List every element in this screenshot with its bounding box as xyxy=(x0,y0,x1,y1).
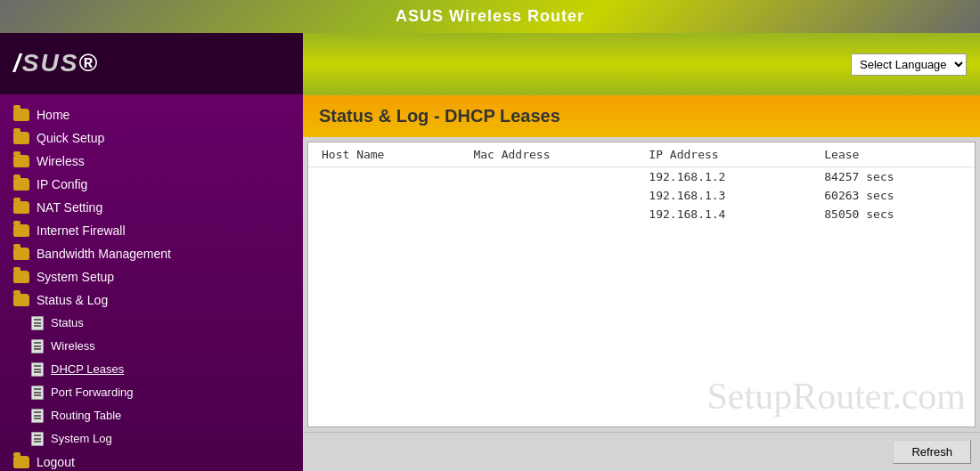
content-area: Select Language Status & Log - DHCP Leas… xyxy=(303,33,980,471)
sidebar-item-system-setup-label: System Setup xyxy=(37,270,114,284)
sidebar-item-status[interactable]: Status xyxy=(0,312,303,335)
main-content: Host Name Mac Address IP Address Lease 1… xyxy=(303,137,980,471)
sidebar-item-port-forwarding[interactable]: Port Forwarding xyxy=(0,381,303,404)
sidebar-navigation: Home Quick Setup Wireless IP Config NAT … xyxy=(0,94,303,472)
bottom-bar: Refresh xyxy=(303,432,980,471)
sidebar-item-wireless-sub-label: Wireless xyxy=(51,339,95,353)
sidebar-item-nat-setting-label: NAT Setting xyxy=(37,200,102,215)
header-title: ASUS Wireless Router xyxy=(396,7,584,25)
folder-icon xyxy=(13,178,29,191)
doc-icon xyxy=(31,339,44,353)
refresh-button[interactable]: Refresh xyxy=(893,440,971,464)
cell-host-1 xyxy=(308,167,460,187)
col-host-name: Host Name xyxy=(308,142,460,167)
table-row: 192.168.1.4 85050 secs xyxy=(308,205,975,223)
sidebar-item-wireless-label: Wireless xyxy=(37,154,85,168)
table-row: 192.168.1.3 60263 secs xyxy=(308,186,975,205)
cell-lease-2: 60263 secs xyxy=(811,186,975,205)
sidebar-item-port-forwarding-label: Port Forwarding xyxy=(51,386,133,399)
sidebar-item-wireless[interactable]: Wireless xyxy=(0,150,303,173)
dhcp-table-container[interactable]: Host Name Mac Address IP Address Lease 1… xyxy=(307,142,976,427)
cell-mac-2 xyxy=(460,186,635,205)
cell-mac-1 xyxy=(460,167,635,187)
sidebar-item-routing-table-label: Routing Table xyxy=(51,409,121,422)
folder-icon xyxy=(13,155,29,167)
cell-mac-3 xyxy=(460,205,635,223)
sidebar-item-wireless-sub[interactable]: Wireless xyxy=(0,335,303,358)
sidebar-item-home[interactable]: Home xyxy=(0,103,303,126)
sidebar-item-home-label: Home xyxy=(37,108,69,122)
language-selector-wrapper: Select Language xyxy=(851,53,967,76)
folder-icon xyxy=(13,132,29,144)
folder-icon xyxy=(13,224,29,237)
folder-icon xyxy=(13,109,29,121)
top-bar: Select Language xyxy=(303,33,980,95)
doc-icon xyxy=(31,386,44,400)
asus-logo: /SUS® xyxy=(13,49,99,77)
sidebar-item-system-setup[interactable]: System Setup xyxy=(0,265,303,288)
folder-icon xyxy=(13,271,29,283)
folder-icon xyxy=(13,248,29,260)
folder-icon xyxy=(13,201,29,214)
table-row: 192.168.1.2 84257 secs xyxy=(308,167,975,187)
language-select[interactable]: Select Language xyxy=(851,53,967,76)
sidebar-item-dhcp-leases[interactable]: DHCP Leases xyxy=(0,358,303,381)
sidebar-item-status-label: Status xyxy=(51,316,84,329)
sidebar-logo: /SUS® xyxy=(0,33,303,94)
header: ASUS Wireless Router xyxy=(0,0,980,33)
sidebar-item-bandwidth-management-label: Bandwidth Management xyxy=(37,247,171,261)
sidebar-item-system-log-label: System Log xyxy=(51,432,112,445)
sidebar-item-ip-config-label: IP Config xyxy=(37,177,87,191)
sidebar-item-status-log-label: Status & Log xyxy=(37,293,108,307)
sidebar-item-logout[interactable]: Logout xyxy=(0,451,303,472)
sidebar-item-routing-table[interactable]: Routing Table xyxy=(0,404,303,427)
doc-icon xyxy=(31,432,44,446)
sidebar-item-quick-setup[interactable]: Quick Setup xyxy=(0,126,303,150)
sidebar: /SUS® Home Quick Setup Wireless IP Confi… xyxy=(0,33,303,471)
dhcp-table: Host Name Mac Address IP Address Lease 1… xyxy=(308,142,975,223)
sidebar-item-status-log[interactable]: Status & Log xyxy=(0,288,303,312)
col-ip-address: IP Address xyxy=(635,142,811,167)
cell-host-3 xyxy=(308,205,460,223)
folder-icon xyxy=(13,294,29,306)
sidebar-item-logout-label: Logout xyxy=(37,455,75,469)
sidebar-item-bandwidth-management[interactable]: Bandwidth Management xyxy=(0,242,303,265)
cell-ip-2: 192.168.1.3 xyxy=(635,186,811,205)
sidebar-item-system-log[interactable]: System Log xyxy=(0,427,303,451)
doc-icon xyxy=(31,362,44,377)
sidebar-item-ip-config[interactable]: IP Config xyxy=(0,173,303,196)
sidebar-item-nat-setting[interactable]: NAT Setting xyxy=(0,196,303,219)
sidebar-item-internet-firewall-label: Internet Firewall xyxy=(37,223,126,238)
cell-ip-1: 192.168.1.2 xyxy=(635,167,811,187)
watermark: SetupRouter.com xyxy=(707,375,966,418)
doc-icon xyxy=(31,409,44,423)
sidebar-item-quick-setup-label: Quick Setup xyxy=(37,131,104,145)
sidebar-item-internet-firewall[interactable]: Internet Firewall xyxy=(0,219,303,242)
doc-icon xyxy=(31,316,44,330)
cell-lease-3: 85050 secs xyxy=(811,205,975,223)
cell-lease-1: 84257 secs xyxy=(811,167,975,187)
sidebar-item-dhcp-leases-label: DHCP Leases xyxy=(51,362,124,376)
cell-host-2 xyxy=(308,186,460,205)
cell-ip-3: 192.168.1.4 xyxy=(635,205,811,223)
col-mac-address: Mac Address xyxy=(460,142,635,167)
col-lease: Lease xyxy=(811,142,975,167)
folder-icon xyxy=(13,456,29,468)
page-title: Status & Log - DHCP Leases xyxy=(303,95,980,137)
